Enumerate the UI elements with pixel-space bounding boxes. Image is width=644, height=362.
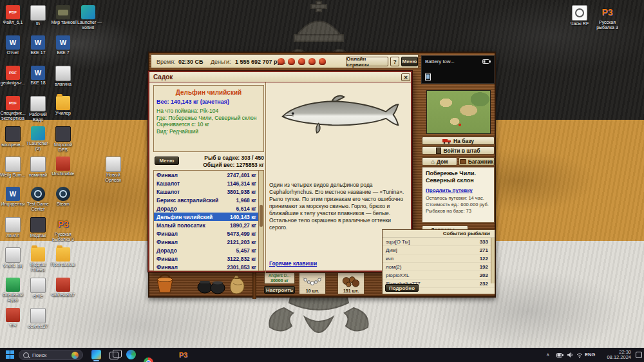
crayfish-icon[interactable] bbox=[288, 58, 295, 65]
desktop-icon[interactable]: Отчет bbox=[0, 35, 27, 64]
task-view-button[interactable] bbox=[109, 352, 118, 359]
fish-row[interactable]: Финвал3122,832 кг bbox=[154, 254, 263, 263]
desktop-icon[interactable]: TLauncher — копия bbox=[74, 5, 102, 33]
fish-list-scrollbar[interactable] bbox=[258, 171, 263, 271]
fish-row[interactable]: Дорадо6,614 кг bbox=[154, 204, 263, 213]
help-button[interactable]: ? bbox=[390, 57, 399, 66]
desktop-icon[interactable]: TLauncher-(2) bbox=[24, 126, 52, 155]
online-services-button[interactable]: Онлайн сервисы bbox=[346, 57, 388, 66]
hotkeys-link[interactable]: Горячие клавиши bbox=[269, 260, 317, 267]
desktop-icon[interactable]: осипла37 bbox=[24, 308, 52, 336]
desktop-icon[interactable]: Модпак Плеер bbox=[24, 247, 52, 276]
event-row[interactable]: кчп122 bbox=[383, 254, 495, 263]
desktop-icon[interactable]: БКЕ 17 bbox=[24, 35, 52, 64]
wood-divider bbox=[252, 272, 256, 299]
tab-trunk[interactable]: Багажник bbox=[459, 157, 495, 166]
fish-row[interactable]: Финвал2121,203 кг bbox=[154, 238, 263, 246]
desktop-icon[interactable]: Weilg Sum... bbox=[0, 157, 27, 185]
event-row[interactable]: эцы[О Ты]333 bbox=[383, 238, 495, 246]
event-row[interactable]: Дим]271 bbox=[383, 246, 495, 254]
fish-row[interactable]: Кашалот3801,938 кг bbox=[154, 187, 263, 196]
fish-row[interactable]: Финвал2301,853 кг bbox=[154, 263, 263, 271]
desktop-icon[interactable]: Основной Арро bbox=[0, 278, 27, 306]
search-icon bbox=[23, 352, 29, 358]
to-base-button[interactable]: На базу bbox=[422, 137, 495, 145]
desktop-icon[interactable]: чайгеwar37 bbox=[49, 278, 77, 306]
events-scrollbar[interactable] bbox=[491, 238, 495, 283]
desktop-icon[interactable]: наминай bbox=[24, 157, 52, 185]
start-button[interactable] bbox=[6, 350, 14, 359]
desktop-icon[interactable]: Модпак bbox=[24, 217, 52, 245]
desktop-icon[interactable]: Специфик... экспертиза bbox=[0, 96, 27, 124]
anglers-item[interactable]: Anglers D... 30000 кг bbox=[264, 272, 295, 284]
dialog-close-button[interactable]: ✕ bbox=[401, 73, 410, 81]
fish-row[interactable]: Берикс австралийский1,968 кг bbox=[154, 196, 263, 204]
taskbar-game-icon[interactable] bbox=[91, 350, 101, 359]
fish-row[interactable]: Малый полосатик1890,27 кг bbox=[154, 221, 263, 229]
search-box[interactable]: Поиск bbox=[19, 350, 83, 360]
tray-network-icon[interactable] bbox=[576, 352, 583, 358]
desktop-icon[interactable]: воозрезн... bbox=[0, 126, 27, 155]
edge-browser-icon[interactable] bbox=[126, 350, 136, 359]
events-details-button[interactable]: Подробно bbox=[385, 284, 419, 292]
desktop-icon[interactable]: лпилл bbox=[0, 217, 27, 245]
desktop-icon[interactable]: V-304_1g bbox=[0, 247, 27, 276]
tray-battery-icon[interactable] bbox=[556, 352, 564, 358]
fish-row[interactable]: Финвал5473,499 кг bbox=[154, 229, 263, 238]
notification-center-icon[interactable] bbox=[636, 352, 642, 358]
desktop-icon[interactable]: Инциденты bbox=[0, 187, 27, 215]
enter-hq-button[interactable]: Войти в штаб bbox=[422, 146, 495, 155]
fish-row[interactable]: Финвал2747,401 кг bbox=[154, 171, 263, 179]
bucket-icon[interactable] bbox=[155, 273, 175, 295]
desktop-icon-rf3: Русская рыбалка 3 bbox=[593, 5, 621, 35]
desktop-icon[interactable]: Steam bbox=[49, 187, 77, 215]
desktop-icon[interactable]: Рабочий Вадр bbox=[24, 96, 52, 124]
tray-chevron-icon[interactable]: ∧ bbox=[546, 352, 550, 357]
desktop-icon[interactable]: Программы bbox=[49, 247, 77, 276]
minimap[interactable] bbox=[426, 90, 491, 134]
event-row[interactable]: лом(2)192 bbox=[383, 263, 495, 271]
beads-item[interactable]: 10 шт. bbox=[299, 272, 326, 294]
desktop-icon[interactable]: Училер bbox=[49, 96, 77, 124]
fish-row[interactable]: Дорадо5,457 кг bbox=[154, 246, 263, 254]
clock-tray[interactable]: 22:30 08.12.2024 bbox=[599, 350, 631, 360]
desktop-icon[interactable]: Test Game Center bbox=[24, 187, 52, 215]
desktop-icon[interactable]: БКЕ 7 bbox=[49, 35, 77, 64]
cauldron-icons[interactable] bbox=[196, 277, 225, 295]
dialog-titlebar[interactable]: Садок bbox=[149, 72, 411, 82]
desktop-icon[interactable]: БКЕ 18 bbox=[24, 66, 52, 94]
events-header: События рыбалки bbox=[383, 230, 495, 238]
sack-icon[interactable] bbox=[228, 274, 246, 295]
phone-icon[interactable] bbox=[425, 73, 431, 81]
desktop-icon[interactable]: влагина bbox=[49, 66, 77, 94]
configure-button[interactable]: Настроить bbox=[264, 286, 295, 294]
desktop-icon[interactable]: Файл_6,1 bbox=[0, 5, 27, 33]
desktop-icon[interactable]: Мир танков bbox=[49, 5, 77, 33]
desktop-icon[interactable]: Часы RF bbox=[565, 5, 594, 33]
event-row[interactable]: piopioXXL202 bbox=[383, 271, 495, 280]
desktop-icon[interactable]: Русская рыбалка 3 bbox=[49, 217, 77, 245]
tab-home[interactable]: ⌂ Дом bbox=[422, 157, 457, 166]
desktop-icon[interactable]: Новый Орлеан bbox=[99, 157, 128, 185]
extend-ticket-link[interactable]: Продлить путевку bbox=[426, 187, 491, 193]
language-indicator[interactable]: ENG bbox=[585, 352, 595, 357]
chrome-browser-icon[interactable] bbox=[144, 357, 153, 362]
crayfish-icon[interactable] bbox=[278, 58, 285, 65]
desktop-icon[interactable]: Unchinable bbox=[49, 157, 77, 185]
bait-item[interactable]: 151 шт. bbox=[337, 272, 365, 294]
desktop-icon[interactable]: Морской DPS bbox=[49, 126, 77, 155]
desktop-icon[interactable]: ePile bbox=[24, 278, 52, 306]
fish-row[interactable]: Кашалот1146,314 кг bbox=[154, 179, 263, 187]
crayfish-icon[interactable] bbox=[298, 58, 305, 65]
crayfish-icon[interactable] bbox=[308, 58, 316, 65]
crayfish-icon[interactable] bbox=[319, 58, 326, 65]
desktop-icon[interactable]: Русская рыбалка 3 bbox=[593, 5, 621, 33]
desktop-icon[interactable]: th bbox=[24, 5, 52, 33]
tray-volume-icon[interactable] bbox=[567, 352, 573, 358]
fish-row-selected[interactable]: Дельфин чилийский140,143 кг bbox=[154, 213, 263, 221]
desktop-icon[interactable]: geokniga-r... bbox=[0, 66, 27, 94]
taskbar-rf3-icon[interactable]: Р3 bbox=[178, 350, 188, 359]
desktop-icon[interactable]: тнч bbox=[0, 308, 27, 336]
notification-box: Battery low... bbox=[421, 55, 495, 84]
game-menu-button[interactable]: Меню bbox=[401, 57, 418, 66]
